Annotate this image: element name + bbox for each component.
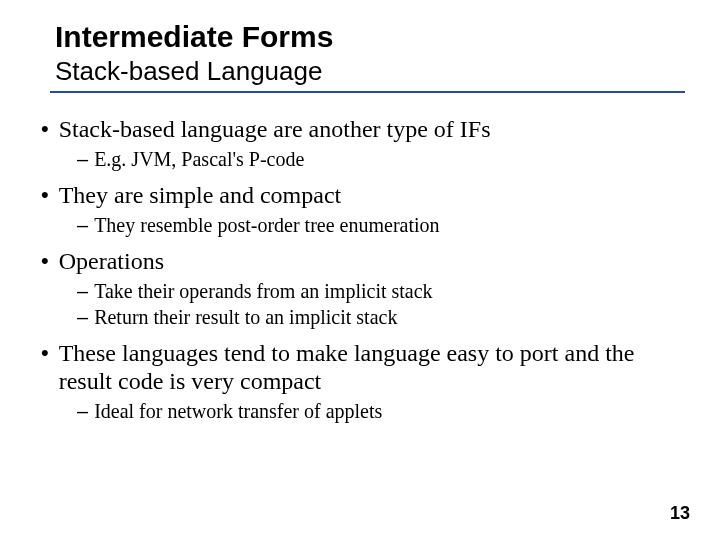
dash-icon: –: [77, 305, 88, 329]
bullet-item: • These languages tend to make language …: [55, 339, 665, 395]
bullet-group: • Stack-based language are another type …: [55, 115, 665, 171]
sub-bullet-item: – E.g. JVM, Pascal's P-code: [77, 147, 665, 171]
title-underline: [50, 91, 685, 93]
sub-bullet-item: – Ideal for network transfer of applets: [77, 399, 665, 423]
bullet-group: • Operations – Take their operands from …: [55, 247, 665, 329]
bullet-text: Stack-based language are another type of…: [59, 115, 491, 143]
bullet-text: Operations: [59, 247, 164, 275]
sub-bullet-text: Return their result to an implicit stack: [94, 305, 397, 329]
bullet-dot-icon: •: [41, 247, 49, 275]
dash-icon: –: [77, 279, 88, 303]
dash-icon: –: [77, 147, 88, 171]
bullet-text: They are simple and compact: [59, 181, 342, 209]
bullet-item: • Operations: [55, 247, 665, 275]
slide-content: • Stack-based language are another type …: [55, 115, 675, 423]
sub-bullet-text: E.g. JVM, Pascal's P-code: [94, 147, 304, 171]
dash-icon: –: [77, 213, 88, 237]
bullet-dot-icon: •: [41, 181, 49, 209]
bullet-group: • These languages tend to make language …: [55, 339, 665, 423]
slide-subtitle: Stack-based Language: [55, 56, 675, 87]
page-number: 13: [670, 503, 690, 524]
sub-bullet-text: They resemble post-order tree enumeratio…: [94, 213, 439, 237]
bullet-dot-icon: •: [41, 115, 49, 143]
slide-title: Intermediate Forms: [55, 20, 675, 54]
sub-bullet-item: – Take their operands from an implicit s…: [77, 279, 665, 303]
sub-bullet-text: Take their operands from an implicit sta…: [94, 279, 433, 303]
sub-bullet-text: Ideal for network transfer of applets: [94, 399, 382, 423]
sub-bullet-item: – They resemble post-order tree enumerat…: [77, 213, 665, 237]
dash-icon: –: [77, 399, 88, 423]
bullet-group: • They are simple and compact – They res…: [55, 181, 665, 237]
sub-bullet-item: – Return their result to an implicit sta…: [77, 305, 665, 329]
bullet-dot-icon: •: [41, 339, 49, 367]
bullet-text: These languages tend to make language ea…: [59, 339, 665, 395]
bullet-item: • Stack-based language are another type …: [55, 115, 665, 143]
bullet-item: • They are simple and compact: [55, 181, 665, 209]
